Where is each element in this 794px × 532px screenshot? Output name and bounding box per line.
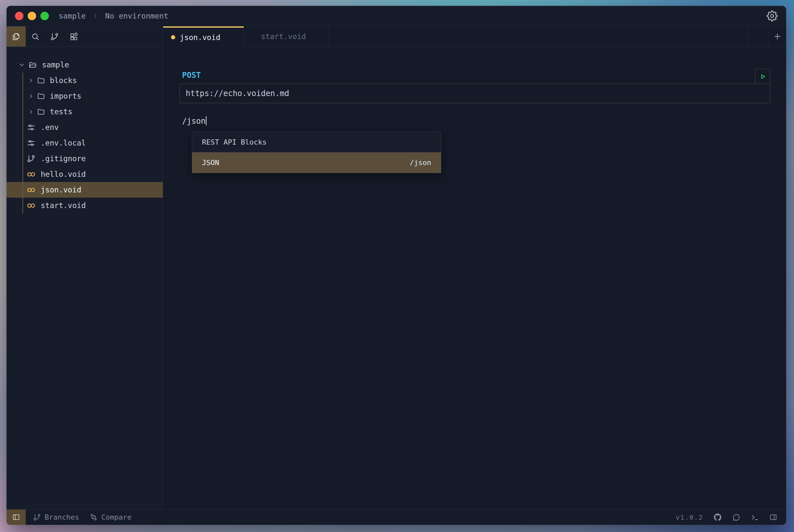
- tree-item-label: json.void: [41, 186, 81, 194]
- suggest-item-command: /json: [410, 158, 431, 167]
- command-text: /json: [182, 117, 206, 126]
- tab-label: start.void: [261, 32, 306, 41]
- main-area: sample blocks: [6, 26, 786, 509]
- search-icon[interactable]: [26, 26, 45, 46]
- files-icon[interactable]: [6, 26, 26, 46]
- titlebar: sample No environment: [6, 6, 786, 26]
- tab-start-void[interactable]: start.void: [244, 26, 329, 46]
- folder-open-icon: [29, 60, 37, 69]
- tree-item-label: .env: [41, 123, 59, 132]
- panel-left-icon: [12, 513, 20, 521]
- tab-bar-spacer: [329, 26, 749, 46]
- folder-icon: [37, 76, 45, 84]
- close-window-button[interactable]: [15, 12, 23, 20]
- branches-button[interactable]: Branches: [33, 513, 79, 521]
- suggest-item-label: JSON: [202, 158, 219, 167]
- desktop-background: sample No environment: [0, 0, 794, 532]
- git-branch-icon[interactable]: [45, 26, 64, 46]
- chevron-right-icon: [29, 78, 34, 83]
- tree-item-blocks[interactable]: blocks: [6, 73, 163, 88]
- chevron-right-icon: [29, 93, 34, 99]
- branches-label: Branches: [44, 513, 79, 521]
- maximize-window-button[interactable]: [40, 12, 49, 20]
- tree-item-sample[interactable]: sample: [6, 57, 163, 73]
- blocks-icon[interactable]: [64, 26, 83, 46]
- tree-item-label: start.void: [41, 201, 86, 210]
- tree-item-label: .gitignore: [41, 154, 86, 163]
- tree-item-hello-void[interactable]: hello.void: [6, 166, 163, 182]
- tree-item-gitignore[interactable]: .gitignore: [6, 151, 163, 166]
- status-bar: Branches Compare v1.0.2: [6, 509, 786, 525]
- folder-icon: [37, 92, 45, 100]
- tree-item-label: sample: [42, 60, 69, 69]
- infinity-icon: [27, 170, 36, 179]
- folder-icon: [37, 108, 45, 116]
- tree-item-tests[interactable]: tests: [6, 104, 163, 119]
- minimize-window-button[interactable]: [28, 12, 36, 20]
- block-suggest-dropdown: REST API Blocks JSON /json: [192, 132, 441, 173]
- new-tab-button[interactable]: [768, 26, 786, 46]
- editor-command-line[interactable]: /json: [182, 116, 207, 126]
- git-branch-icon: [27, 154, 36, 163]
- editor-area: json.void start.void POST: [163, 26, 786, 509]
- url-input[interactable]: https://echo.voiden.md: [179, 84, 770, 103]
- plus-icon: [773, 32, 782, 41]
- tree-item-json-void[interactable]: json.void: [6, 182, 163, 197]
- compare-label: Compare: [101, 513, 132, 521]
- dirty-dot-icon: [171, 35, 175, 39]
- tree-item-env-local[interactable]: .env.local: [6, 135, 163, 151]
- tree-item-label: tests: [50, 108, 72, 116]
- sidebar: sample blocks: [6, 26, 163, 509]
- breadcrumb-project[interactable]: sample: [59, 12, 86, 20]
- tree-item-start-void[interactable]: start.void: [6, 197, 163, 213]
- chat-icon[interactable]: [732, 513, 741, 521]
- infinity-icon: [27, 201, 36, 210]
- suggest-group-header: REST API Blocks: [192, 132, 441, 152]
- url-value: https://echo.voiden.md: [186, 89, 289, 98]
- app-window: sample No environment: [6, 6, 786, 525]
- text-caret: [206, 116, 207, 125]
- sliders-icon: [27, 139, 36, 148]
- breadcrumb: sample No environment: [59, 12, 168, 20]
- breadcrumb-environment[interactable]: No environment: [105, 12, 168, 20]
- panel-right-icon[interactable]: [769, 513, 777, 521]
- editor-content: POST https://echo.voiden.md /json REST A…: [163, 47, 786, 509]
- tab-bar: json.void start.void: [163, 26, 786, 47]
- tree-item-imports[interactable]: imports: [6, 88, 163, 104]
- compare-icon: [90, 513, 98, 521]
- tree-item-label: hello.void: [41, 170, 86, 178]
- tree-item-env[interactable]: .env: [6, 119, 163, 135]
- sliders-icon: [27, 123, 36, 132]
- tab-bar-end-cell: [749, 26, 768, 46]
- tree-item-label: .env.local: [41, 139, 86, 147]
- traffic-lights: [15, 12, 49, 20]
- file-tree: sample blocks: [6, 47, 163, 509]
- tab-label: json.void: [180, 33, 221, 42]
- tree-item-label: blocks: [50, 76, 77, 84]
- gear-icon[interactable]: [767, 11, 778, 21]
- compare-button[interactable]: Compare: [90, 513, 132, 521]
- terminal-icon[interactable]: [751, 513, 759, 521]
- tree-item-label: imports: [50, 92, 81, 100]
- tree-children: blocks imports: [6, 73, 163, 213]
- infinity-icon: [27, 186, 36, 194]
- activity-bar: [6, 26, 163, 47]
- toggle-sidebar-button[interactable]: [6, 510, 26, 525]
- play-icon: [758, 72, 767, 81]
- app-version: v1.0.2: [676, 513, 703, 521]
- status-bar-right: v1.0.2: [676, 513, 777, 521]
- breadcrumb-chevron-icon: [92, 13, 99, 19]
- chevron-right-icon: [29, 109, 34, 115]
- github-icon[interactable]: [713, 513, 722, 521]
- request-method[interactable]: POST: [182, 71, 201, 80]
- chevron-down-icon: [18, 61, 25, 69]
- suggest-item-json[interactable]: JSON /json: [192, 152, 441, 173]
- tab-json-void[interactable]: json.void: [163, 26, 244, 47]
- run-request-button[interactable]: [755, 69, 770, 84]
- git-branch-icon: [33, 513, 41, 521]
